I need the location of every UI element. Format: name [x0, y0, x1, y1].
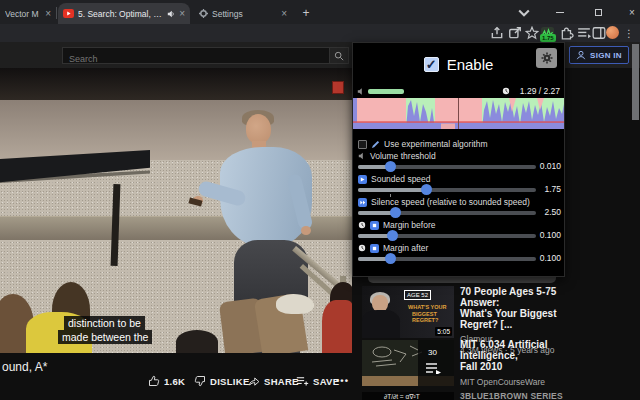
caption-line: distinction to be [64, 316, 145, 330]
more-actions-button[interactable]: ••• [336, 375, 349, 386]
recommended-thumbnail-1[interactable]: AGE 52 WHAT'S YOUR BIGGEST REGRET? 5:05 [362, 286, 454, 338]
jumpcutter-popup: ✓ Enable 1.29 / 2.27 [352, 42, 565, 277]
new-tab-button[interactable]: + [298, 5, 314, 21]
experimental-checkbox[interactable] [358, 140, 367, 149]
video-player[interactable]: distinction to be made between the [0, 68, 352, 353]
series-label[interactable]: 3BLUE1BROWN SERIES S4 E2 [460, 391, 570, 400]
video-title[interactable]: Fall 2010 [460, 361, 564, 372]
play-icon [358, 175, 367, 184]
duration-badge: 5:05 [435, 327, 452, 336]
browser-toolbar: 1.75 ⋮ [0, 24, 640, 42]
tab-audio-icon[interactable] [167, 10, 175, 18]
tab-settings[interactable]: Settings × [194, 3, 292, 24]
slider-thumb[interactable] [385, 253, 396, 264]
video-scene-upper-wall [0, 68, 352, 100]
save-button[interactable]: SAVE [296, 375, 339, 387]
extensions-puzzle-icon[interactable] [560, 26, 574, 40]
clock-icon [502, 87, 510, 95]
slider-thumb[interactable] [387, 230, 398, 241]
sign-in-label: SIGN IN [590, 51, 622, 60]
sounded-speed-slider[interactable] [358, 188, 536, 192]
like-button[interactable]: 1.6K [148, 375, 185, 387]
search-box [62, 47, 330, 64]
enable-row: ✓ Enable [353, 56, 564, 73]
sign-in-button[interactable]: SIGN IN [569, 46, 629, 64]
plastic-bag [276, 294, 314, 314]
browser-menu-icon[interactable]: ⋮ [622, 26, 636, 40]
recommended-thumbnail-2[interactable]: 30 [362, 340, 454, 386]
window-close-button[interactable]: × [624, 4, 640, 20]
tab-close-icon[interactable]: × [45, 8, 51, 19]
silence-speed-slider[interactable] [358, 211, 536, 215]
student-red-shirt [322, 300, 352, 353]
profile-avatar[interactable] [606, 26, 619, 39]
bookmark-star-icon[interactable] [525, 26, 539, 40]
share-arrow-icon [248, 375, 260, 387]
youtube-favicon [63, 9, 74, 18]
tab-close-icon[interactable]: × [179, 8, 185, 19]
speaker-icon [358, 152, 366, 160]
recommended-details-2[interactable]: MIT 6.034 Artificial Intelligence, Fall … [460, 339, 564, 387]
thumbs-down-icon [194, 375, 206, 387]
share-button[interactable]: SHARE [248, 375, 299, 387]
caption-line: made between the [58, 330, 152, 344]
speaker-icon [357, 87, 365, 96]
student-head [176, 330, 218, 353]
channel-name[interactable]: MIT OpenCourseWare [460, 377, 564, 387]
slider-value: 1.75 [544, 184, 561, 194]
dislike-label: DISLIKE [210, 376, 250, 387]
volume-threshold-slider[interactable] [358, 165, 536, 169]
recommended-thumbnail-3[interactable]: ∂T/∂t = α∇²T [362, 392, 454, 400]
page-scrollbar[interactable] [632, 44, 639, 120]
video-title[interactable]: What's Your Biggest Regret? [... [460, 308, 564, 330]
maximize-button[interactable] [590, 4, 606, 20]
browser-tab-strip: Vector M × 5. Search: Optimal, Branch a … [0, 0, 640, 24]
tab-active-video[interactable]: 5. Search: Optimal, Branch a × [58, 3, 190, 24]
search-input[interactable] [63, 52, 329, 67]
slider-value: 2.50 [544, 207, 561, 217]
slider-value: 0.010 [540, 161, 561, 171]
thumb-formula-text: ∂T/∂t = α∇²T [384, 393, 420, 400]
video-title[interactable]: MIT 6.034 Artificial Intelligence, [460, 339, 564, 361]
share-icon[interactable] [490, 26, 504, 40]
experimental-label: Use experimental algorithm [384, 139, 487, 149]
thumb-overlay-text: WHAT'S YOUR [408, 304, 446, 310]
margin-after-control: Margin after 0.100 [358, 243, 561, 265]
margin-after-slider[interactable] [358, 257, 536, 261]
clock-icon [358, 221, 366, 229]
minimize-button[interactable] [552, 4, 568, 20]
enable-label: Enable [447, 56, 494, 73]
slider-label: Margin after [383, 243, 428, 253]
side-panel-icon[interactable] [592, 26, 606, 40]
slider-thumb[interactable] [421, 184, 432, 195]
thumbs-up-icon [148, 375, 160, 387]
tab-close-icon[interactable]: × [281, 8, 287, 19]
margin-icon [370, 244, 379, 253]
slider-label: Sounded speed [371, 174, 431, 184]
tab-vector[interactable]: Vector M × [0, 3, 56, 24]
video-scene-wall [0, 100, 352, 160]
tab-search-chevron-icon[interactable] [516, 4, 532, 20]
professor-head [246, 114, 271, 144]
volume-waveform-chart[interactable] [353, 98, 564, 134]
clock-icon [358, 244, 366, 252]
queue-list-icon[interactable] [577, 26, 591, 40]
silence-speed-control: Silence speed (relative to sounded speed… [358, 197, 561, 219]
tab-separator [56, 7, 57, 19]
save-playlist-icon [296, 375, 309, 387]
dislike-button[interactable]: DISLIKE [194, 375, 250, 387]
margin-before-slider[interactable] [358, 234, 536, 238]
share-label: SHARE [264, 376, 299, 387]
slider-thumb[interactable] [390, 207, 401, 218]
slider-label: Volume threshold [370, 151, 436, 161]
slider-value: 0.100 [540, 253, 561, 263]
tab-label: Settings [212, 9, 277, 19]
send-icon[interactable] [508, 26, 522, 40]
slider-thumb[interactable] [385, 161, 396, 172]
fast-forward-icon [358, 198, 367, 207]
playlist-icon [426, 362, 442, 374]
search-button[interactable] [330, 47, 349, 64]
enable-checkbox[interactable]: ✓ [424, 57, 439, 72]
search-icon [334, 51, 344, 61]
video-title[interactable]: 70 People Ages 5-75 Answer: [460, 286, 564, 308]
